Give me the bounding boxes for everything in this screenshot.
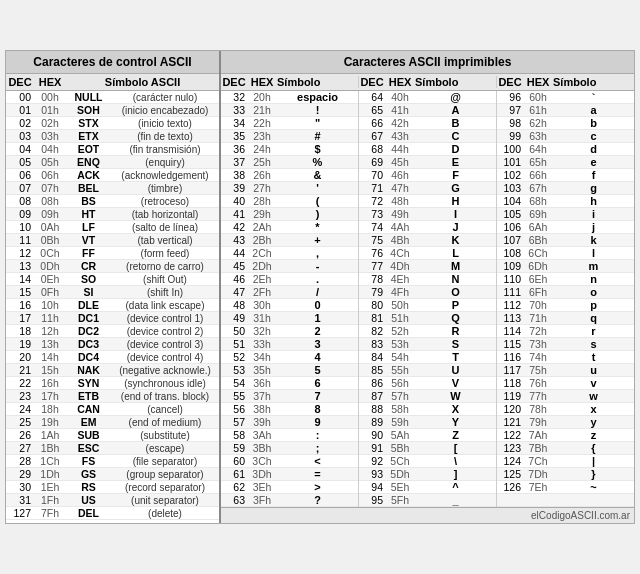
r-cell-dec: 100 <box>497 143 523 155</box>
r-cell-dec: 64 <box>359 91 385 103</box>
cell-sym: BS <box>66 195 111 207</box>
r-cell-hex: 22h <box>247 117 277 129</box>
r-cell-dec: 66 <box>359 117 385 129</box>
cell-sym: SO <box>66 273 111 285</box>
r-cell-sym: % <box>277 156 358 168</box>
r-cell-hex: 44h <box>385 143 415 155</box>
r-cell-sym: X <box>415 403 496 415</box>
r-cell-dec: 46 <box>221 273 247 285</box>
r-cell-hex: 61h <box>523 104 553 116</box>
cell-hex: 06h <box>34 169 66 181</box>
right-table-row: 83 53h S <box>359 338 496 351</box>
right-table-row: 36 24h $ <box>221 143 358 156</box>
cell-dec: 18 <box>6 325 34 337</box>
r-cell-sym: Z <box>415 429 496 441</box>
r-cell-dec: 121 <box>497 416 523 428</box>
r-cell-sym: L <box>415 247 496 259</box>
r-cell-sym: a <box>553 104 634 116</box>
cell-desc: (synchronous idle) <box>111 378 219 389</box>
cell-sym: BEL <box>66 182 111 194</box>
r-cell-sym: y <box>553 416 634 428</box>
r-cell-sym: > <box>277 481 358 493</box>
right-table-row: 121 79h y <box>497 416 634 429</box>
main-container: Caracteres de control ASCII DEC HEX Símb… <box>5 50 635 524</box>
r-cell-sym: = <box>277 468 358 480</box>
r-cell-dec: 61 <box>221 468 247 480</box>
left-table-row: 14 0Eh SO (shift Out) <box>6 273 219 286</box>
r-cell-hex: 6Dh <box>523 260 553 272</box>
r-cell-sym: / <box>277 286 358 298</box>
right-table-row <box>497 494 634 507</box>
r-cell-hex: 3Ch <box>247 455 277 467</box>
cell-dec: 25 <box>6 416 34 428</box>
r-cell-dec: 37 <box>221 156 247 168</box>
right-table-row: 70 46h F <box>359 169 496 182</box>
r-cell-hex: 36h <box>247 377 277 389</box>
cell-dec: 24 <box>6 403 34 415</box>
cell-hex: 15h <box>34 364 66 376</box>
right-header-dec: DEC <box>359 76 385 88</box>
left-table-row: 10 0Ah LF (salto de línea) <box>6 221 219 234</box>
right-table-row: 101 65h e <box>497 156 634 169</box>
right-header-dec: DEC <box>497 76 523 88</box>
right-table-row: 82 52h R <box>359 325 496 338</box>
r-cell-hex: 4Bh <box>385 234 415 246</box>
cell-hex: 08h <box>34 195 66 207</box>
r-cell-sym: _ <box>415 494 496 506</box>
cell-desc: (escape) <box>111 443 219 454</box>
right-table-row: 76 4Ch L <box>359 247 496 260</box>
cell-dec: 29 <box>6 468 34 480</box>
r-cell-dec: 32 <box>221 91 247 103</box>
r-cell-sym: T <box>415 351 496 363</box>
r-cell-hex: 5Ch <box>385 455 415 467</box>
cell-hex: 02h <box>34 117 66 129</box>
r-cell-hex: 6Eh <box>523 273 553 285</box>
r-cell-hex: 69h <box>523 208 553 220</box>
cell-dec: 04 <box>6 143 34 155</box>
r-cell-sym: V <box>415 377 496 389</box>
r-cell-dec: 110 <box>497 273 523 285</box>
r-cell-sym: N <box>415 273 496 285</box>
cell-desc: (end of medium) <box>111 417 219 428</box>
left-table-row: 12 0Ch FF (form feed) <box>6 247 219 260</box>
cell-sym: VT <box>66 234 111 246</box>
r-cell-hex: 71h <box>523 312 553 324</box>
r-cell-sym: < <box>277 455 358 467</box>
r-cell-hex: 72h <box>523 325 553 337</box>
right-table-row: 51 33h 3 <box>221 338 358 351</box>
cell-dec: 07 <box>6 182 34 194</box>
right-table-row: 71 47h G <box>359 182 496 195</box>
r-cell-hex: 6Ch <box>523 247 553 259</box>
cell-hex: 12h <box>34 325 66 337</box>
r-cell-dec: 108 <box>497 247 523 259</box>
r-cell-sym: ] <box>415 468 496 480</box>
r-cell-sym: + <box>277 234 358 246</box>
cell-hex: 0Bh <box>34 234 66 246</box>
cell-dec: 27 <box>6 442 34 454</box>
r-cell-hex: 3Eh <box>247 481 277 493</box>
right-table-row: 34 22h " <box>221 117 358 130</box>
r-cell-sym: . <box>277 273 358 285</box>
left-table-row: 23 17h ETB (end of trans. block) <box>6 390 219 403</box>
r-cell-sym: n <box>553 273 634 285</box>
cell-dec: 127 <box>6 507 34 519</box>
r-cell-sym: z <box>553 429 634 441</box>
left-table-row: 18 12h DC2 (device control 2) <box>6 325 219 338</box>
r-cell-dec: 104 <box>497 195 523 207</box>
r-cell-dec: 112 <box>497 299 523 311</box>
left-table-row: 31 1Fh US (unit separator) <box>6 494 219 507</box>
r-cell-hex: 55h <box>385 364 415 376</box>
r-cell-sym: u <box>553 364 634 376</box>
left-table-row: 11 0Bh VT (tab vertical) <box>6 234 219 247</box>
right-table-row: 103 67h g <box>497 182 634 195</box>
r-cell-sym: P <box>415 299 496 311</box>
r-cell-sym: w <box>553 390 634 402</box>
cell-hex: 1Eh <box>34 481 66 493</box>
r-cell-hex: 63h <box>523 130 553 142</box>
cell-dec: 02 <box>6 117 34 129</box>
right-table-row: 94 5Eh ^ <box>359 481 496 494</box>
r-cell-hex: 5Bh <box>385 442 415 454</box>
r-cell-dec: 41 <box>221 208 247 220</box>
left-table-row: 00 00h NULL (carácter nulo) <box>6 91 219 104</box>
r-cell-sym: 0 <box>277 299 358 311</box>
